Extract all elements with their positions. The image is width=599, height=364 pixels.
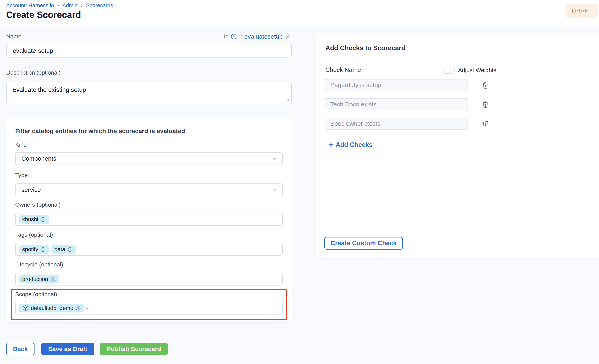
tag-chip: spotify [19,245,49,254]
chip-label: data [54,246,65,253]
type-value: service [21,186,41,193]
filter-heading: Filter catalog entities for which the sc… [15,128,185,134]
plus-icon: + [329,142,333,148]
kind-label: Kind [15,142,27,148]
remove-chip-icon[interactable] [75,305,81,311]
remove-chip-icon[interactable] [40,217,46,222]
check-name-input[interactable]: Pagerduty is setup [325,79,468,91]
name-label: Name [6,33,22,40]
type-select[interactable]: service [15,183,283,196]
scorecard-id-value[interactable]: evaluatesetup [244,33,283,40]
tags-label: Tags (optional) [15,231,53,238]
check-name-input[interactable]: Spec owner exists [325,118,468,130]
toggle-knob [444,67,450,73]
tags-input[interactable]: spotify data [15,243,283,256]
add-checks-button[interactable]: + Add Checks [327,140,374,149]
type-label: Type [15,172,28,178]
publish-scorecard-button[interactable]: Publish Scorecard [100,343,168,355]
check-name-input[interactable]: Tech Docs exists [325,98,468,110]
scope-chip: default.idp_demo [19,304,84,312]
owners-input[interactable]: khushi [15,213,283,226]
page-title: Create Scorecard [6,10,81,20]
filter-card: Filter catalog entities for which the sc… [6,118,292,321]
trash-icon [481,81,490,89]
chip-label: production [22,276,48,283]
check-row: Pagerduty is setup [325,79,490,91]
status-badge: DRAFT [566,4,598,18]
remove-chip-icon[interactable] [40,247,46,252]
save-as-draft-button[interactable]: Save as Draft [41,343,94,355]
chip-label: spotify [22,246,38,253]
scorecard-id-row: Id : evaluatesetup [224,33,292,40]
delete-check-button[interactable] [481,119,490,128]
scope-label: Scope (optional) [15,291,57,298]
edit-id-icon[interactable] [285,33,292,40]
check-name-label: Check Name [325,66,361,73]
kind-select[interactable]: Components [15,152,283,165]
lifecycle-label: Lifecycle (optional) [15,261,63,268]
kind-value: Components [21,155,56,162]
lifecycle-input[interactable]: production [15,273,283,285]
trash-icon [481,120,490,128]
top-header: Account: Harness.ioAdminScorecards Creat… [0,0,599,26]
name-id-row: Name Id : evaluatesetup [6,32,292,41]
chevron-down-icon [271,187,278,193]
chevron-down-icon [84,305,90,311]
adjust-weights-toggle[interactable] [443,67,455,73]
back-button[interactable]: Back [6,343,35,355]
remove-chip-icon[interactable] [50,276,56,282]
chip-label: default.idp_demo [31,305,73,311]
delete-check-button[interactable] [481,100,490,109]
scope-select[interactable]: default.idp_demo [15,302,283,314]
id-label: Id [224,33,229,40]
add-checks-label: Add Checks [336,141,372,149]
owners-label: Owners (optional) [15,202,61,208]
breadcrumb-link[interactable]: Scorecards [86,2,113,9]
tag-chip: data [52,245,76,254]
add-checks-panel: Add Checks to Scorecard Check Name Adjus… [316,35,599,258]
breadcrumb-link[interactable]: Admin [62,2,86,9]
checks-list: Pagerduty is setup Tech Docs exists [325,79,490,130]
chevron-down-icon [271,156,278,162]
description-input[interactable]: Evaluate the existing setup [6,82,292,103]
checks-panel-heading: Add Checks to Scorecard [325,44,405,52]
breadcrumb: Account: Harness.ioAdminScorecards [6,2,113,9]
adjust-weights-label: Adjust Weights [458,67,496,73]
delete-check-button[interactable] [481,80,490,90]
breadcrumb-link[interactable]: Account: Harness.io [6,2,62,9]
info-icon[interactable] [231,34,237,40]
description-label: Description (optional) [6,70,61,76]
id-separator: : [240,33,242,40]
check-row: Tech Docs exists [325,98,490,110]
name-input[interactable] [6,44,292,58]
owner-chip: khushi [19,215,49,224]
check-row: Spec owner exists [325,118,490,130]
remove-chip-icon[interactable] [67,247,73,252]
lifecycle-chip: production [19,275,59,284]
resize-grip-icon[interactable] [285,97,290,101]
create-custom-check-button[interactable]: Create Custom Check [324,237,403,249]
chip-label: khushi [22,216,38,223]
cube-icon [22,305,29,311]
trash-icon [481,100,490,108]
